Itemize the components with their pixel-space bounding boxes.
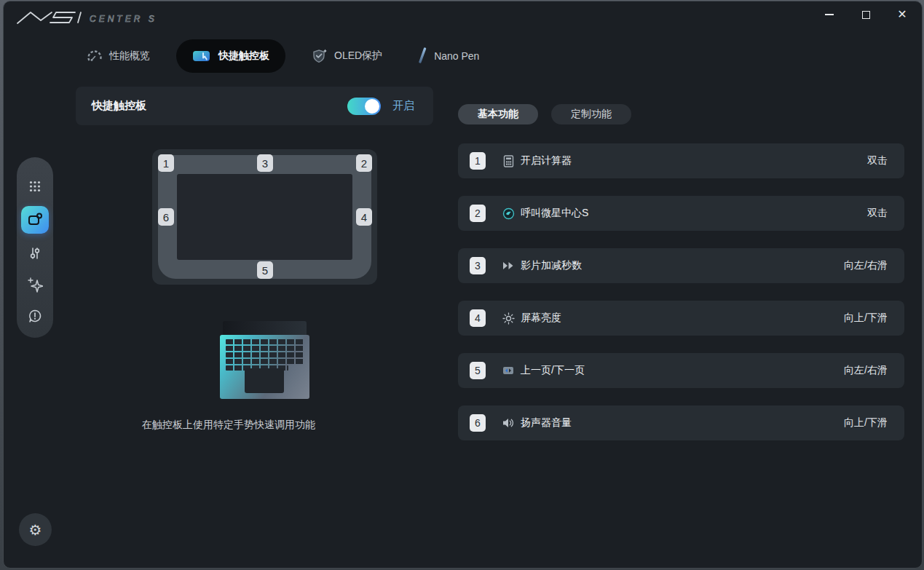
sidebar-item-dashboard[interactable] [23, 175, 47, 198]
function-label: 上一页/下一页 [521, 364, 844, 377]
sidebar-item-ai-features[interactable] [23, 273, 47, 296]
function-gesture: 向左/右滑 [844, 364, 888, 377]
toggle-knob [365, 99, 379, 114]
tab-quick-touchpad[interactable]: 快捷触控板 [176, 39, 285, 73]
function-row-page-nav[interactable]: 5 上一页/下一页 向左/右滑 [458, 353, 904, 388]
app-window: CENTER S ✕ 性能概览 快捷触控板 [3, 1, 923, 569]
gear-icon: ⚙ [29, 521, 42, 539]
calculator-icon [502, 155, 515, 167]
tab-basic-functions[interactable]: 基本功能 [458, 104, 538, 124]
zone-number-badge: 5 [470, 362, 486, 379]
function-row-video-seek[interactable]: 3 影片加减秒数 向左/右滑 [458, 248, 904, 283]
msi-s-mark [50, 12, 75, 23]
keyboard-row [226, 339, 304, 344]
sidebar-rail [17, 157, 53, 338]
function-gesture: 双击 [867, 154, 888, 167]
function-row-calculator[interactable]: 1 开启计算器 双击 [458, 143, 904, 178]
zone-number-badge: 3 [470, 257, 486, 274]
tab-performance-overview[interactable]: 性能概览 [79, 39, 157, 73]
sliders-icon [28, 246, 42, 261]
laptop-hinge [223, 321, 307, 336]
zone-number-badge: 1 [470, 152, 486, 170]
touchpad-edge-zones [158, 155, 371, 279]
brightness-icon [502, 312, 515, 325]
tab-nano-pen[interactable]: Nano Pen [408, 39, 486, 73]
logo-product-text: CENTER S [90, 14, 157, 24]
tab-label: Nano Pen [434, 50, 479, 62]
zone-badge-3: 3 [257, 154, 273, 172]
function-gesture: 向上/下滑 [844, 312, 888, 325]
window-controls: ✕ [817, 5, 915, 24]
settings-button[interactable]: ⚙ [19, 513, 52, 546]
touchpad-icon [192, 49, 212, 63]
function-tabs: 基本功能 定制功能 [458, 104, 631, 124]
tab-oled-protection[interactable]: OLED保护 [304, 39, 390, 73]
keyboard-row [226, 346, 304, 351]
function-row-volume[interactable]: 6 扬声器音量 向上/下滑 [458, 405, 904, 440]
function-row-msi-center[interactable]: 2 呼叫微星中心S 双击 [458, 196, 904, 231]
touchpad-enable-toggle[interactable] [347, 98, 381, 115]
touchpad-toggle-panel: 快捷触控板 开启 [76, 87, 433, 125]
info-bubble-icon [28, 309, 42, 323]
func-tab-label: 定制功能 [571, 108, 612, 121]
touchpad-center-area [177, 174, 352, 260]
function-gesture: 向左/右滑 [844, 259, 888, 272]
function-row-brightness[interactable]: 4 屏幕亮度 向上/下滑 [458, 301, 904, 336]
zone-badge-6: 6 [158, 208, 174, 226]
function-label: 影片加减秒数 [521, 259, 844, 272]
close-icon: ✕ [897, 9, 907, 20]
pen-icon [416, 47, 427, 65]
function-label: 开启计算器 [521, 154, 867, 167]
gauge-icon [87, 50, 103, 63]
msi-m-mark [17, 12, 52, 23]
sidebar-item-touchpad-device[interactable] [21, 206, 49, 234]
keyboard-row [226, 352, 304, 357]
zone-badge-4: 4 [356, 208, 372, 226]
zone-badge-2: 2 [356, 154, 372, 172]
laptop-trackpad [245, 368, 284, 393]
sidebar-item-settings-sliders[interactable] [23, 242, 47, 265]
minimize-button[interactable] [817, 5, 842, 24]
toggle-state-text: 开启 [392, 99, 414, 113]
zone-number-badge: 6 [470, 414, 486, 432]
toggle-panel-label: 快捷触控板 [92, 99, 347, 113]
page-nav-icon [502, 365, 515, 376]
maximize-icon [862, 11, 870, 19]
speaker-icon [502, 418, 515, 428]
tab-label: 快捷触控板 [218, 50, 269, 63]
zone-number-badge: 4 [470, 309, 486, 327]
grid-apps-icon [29, 181, 41, 192]
touchpad-device-icon [27, 212, 43, 228]
function-label: 呼叫微星中心S [521, 207, 867, 220]
laptop-deck [220, 335, 309, 399]
sidebar-item-info[interactable] [23, 304, 47, 328]
fast-forward-icon [502, 261, 515, 270]
keyboard-row [226, 359, 304, 364]
minimize-icon [825, 14, 834, 15]
msi-i-mark [78, 12, 81, 23]
tab-label: OLED保护 [334, 50, 382, 63]
tab-custom-functions[interactable]: 定制功能 [551, 104, 631, 124]
msi-center-logo: CENTER S [15, 9, 183, 30]
tab-label: 性能概览 [109, 50, 150, 63]
main-nav-tabs: 性能概览 快捷触控板 OLED保护 [79, 39, 486, 73]
func-tab-label: 基本功能 [478, 108, 518, 121]
gesture-hint-caption: 在触控板上使用特定手势快速调用功能 [76, 419, 382, 432]
function-gesture: 双击 [867, 207, 888, 220]
close-button[interactable]: ✕ [890, 5, 915, 24]
zone-badge-5: 5 [257, 261, 273, 279]
function-label: 扬声器音量 [521, 416, 844, 430]
laptop-illustration [220, 321, 309, 399]
zone-badge-1: 1 [158, 154, 174, 172]
maximize-button[interactable] [853, 5, 878, 24]
function-label: 屏幕亮度 [521, 312, 844, 325]
msi-center-icon [502, 207, 515, 220]
function-gesture: 向上/下滑 [844, 416, 888, 430]
zone-number-badge: 2 [470, 205, 486, 222]
shield-check-icon [312, 48, 328, 64]
touchpad-zone-diagram: 1 3 2 6 4 5 [152, 149, 377, 285]
sparkles-icon [27, 277, 43, 293]
